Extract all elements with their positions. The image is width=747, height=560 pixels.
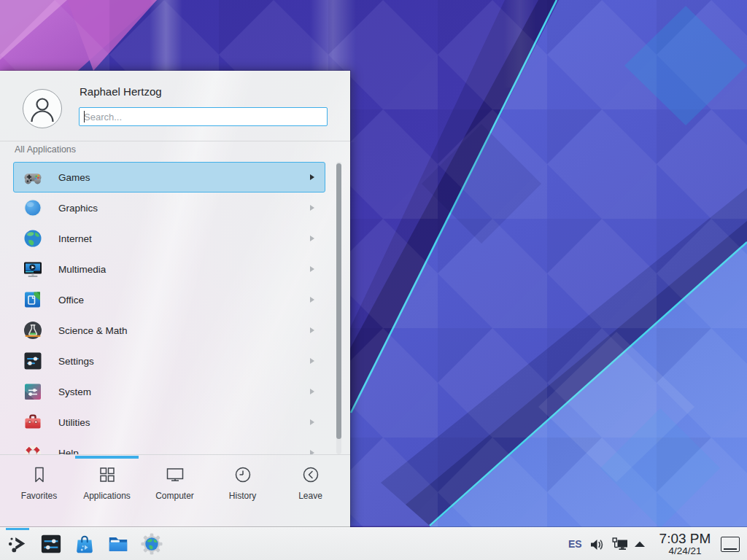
file-manager-icon[interactable] <box>107 533 129 555</box>
network-wired-icon[interactable] <box>611 536 630 553</box>
submenu-arrow-icon <box>310 358 314 364</box>
category-label: Help <box>58 448 310 455</box>
category-item-settings[interactable]: Settings <box>13 346 325 376</box>
sphere-icon <box>23 198 43 218</box>
flask-icon <box>23 320 43 341</box>
volume-icon[interactable] <box>588 536 605 553</box>
sliders-dark-icon <box>23 351 43 371</box>
application-launcher-icon[interactable] <box>7 533 28 555</box>
category-item-games[interactable]: Games <box>13 162 325 192</box>
expand-tray-caret-icon[interactable] <box>633 539 646 549</box>
clock-time: 7:03 PM <box>653 532 717 546</box>
submenu-arrow-icon <box>310 297 314 303</box>
category-label: Settings <box>58 356 310 367</box>
section-label: All Applications <box>15 144 76 155</box>
submenu-arrow-icon <box>310 266 314 272</box>
tab-label: History <box>229 491 256 501</box>
category-item-internet[interactable]: Internet <box>13 223 325 254</box>
leave-icon <box>300 464 322 486</box>
toolbox-icon <box>23 412 43 432</box>
sliders-color-icon <box>23 381 43 402</box>
tab-favorites[interactable]: Favorites <box>5 464 73 501</box>
category-list: Games Graphics <box>0 162 350 454</box>
grid-icon <box>96 464 118 486</box>
tab-label: Computer <box>155 491 194 501</box>
globe-icon <box>23 228 43 249</box>
tab-label: Favorites <box>21 491 57 501</box>
scrollbar-thumb[interactable] <box>336 163 341 439</box>
gamepad-icon <box>23 167 43 187</box>
application-launcher-menu: Raphael Hertzog All Applications <box>0 71 350 527</box>
category-item-utilities[interactable]: Utilities <box>13 407 325 438</box>
category-item-office[interactable]: Office <box>13 284 325 315</box>
category-label: Utilities <box>58 417 310 428</box>
search-field-wrap <box>79 107 328 126</box>
tab-history[interactable]: History <box>209 464 276 501</box>
documents-icon <box>23 289 43 310</box>
clock-icon <box>232 464 254 486</box>
launcher-tab-bar: Favorites Applications Computer <box>0 454 350 528</box>
digital-clock[interactable]: 7:03 PM 4/24/21 <box>653 532 717 556</box>
user-icon <box>23 90 61 128</box>
launcher-header: Raphael Hertzog <box>0 71 350 141</box>
monitor-icon <box>164 464 186 486</box>
tab-label: Applications <box>83 491 131 501</box>
web-browser-icon[interactable] <box>141 533 163 555</box>
tab-leave[interactable]: Leave <box>276 464 344 501</box>
submenu-arrow-icon <box>310 327 314 333</box>
submenu-arrow-icon <box>310 205 314 211</box>
bookmark-icon <box>28 464 50 486</box>
tab-label: Leave <box>298 491 322 501</box>
monitor-play-icon <box>23 259 43 279</box>
show-desktop-widget[interactable] <box>721 537 740 552</box>
submenu-arrow-icon <box>310 174 314 180</box>
category-label: Multimedia <box>58 264 310 275</box>
category-label: Science & Math <box>58 325 310 336</box>
taskbar: ES 7:03 PM 4/24/21 <box>0 527 747 560</box>
category-item-multimedia[interactable]: Multimedia <box>13 254 325 284</box>
tab-applications[interactable]: Applications <box>73 464 141 501</box>
user-name: Raphael Hertzog <box>80 85 162 98</box>
submenu-arrow-icon <box>310 419 314 425</box>
lifebuoy-icon <box>23 443 43 454</box>
category-label: Office <box>58 295 310 306</box>
tab-computer[interactable]: Computer <box>141 464 209 501</box>
clock-date: 4/24/21 <box>653 546 717 556</box>
text-caret <box>84 111 85 122</box>
category-label: Internet <box>58 233 310 244</box>
search-input[interactable] <box>79 107 328 126</box>
category-label: Games <box>58 172 310 183</box>
category-label: Graphics <box>58 203 310 214</box>
system-settings-icon[interactable] <box>40 533 62 555</box>
launcher-active-indicator <box>6 528 29 530</box>
category-label: System <box>58 386 310 397</box>
submenu-arrow-icon <box>310 389 314 394</box>
category-item-science-math[interactable]: Science & Math <box>13 315 325 346</box>
category-item-help[interactable]: Help <box>13 438 325 454</box>
category-item-graphics[interactable]: Graphics <box>13 192 325 223</box>
category-item-system[interactable]: System <box>13 376 325 407</box>
keyboard-layout-indicator[interactable]: ES <box>568 538 582 550</box>
submenu-arrow-icon <box>310 236 314 241</box>
active-tab-indicator <box>75 456 139 459</box>
discover-store-icon[interactable] <box>74 533 96 555</box>
user-avatar[interactable] <box>23 89 62 128</box>
desktop: Raphael Hertzog All Applications <box>0 0 747 560</box>
